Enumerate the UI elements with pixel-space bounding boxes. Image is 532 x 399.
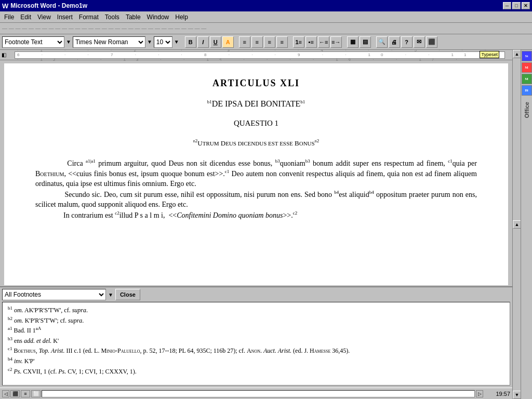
help-button[interactable]: ?: [401, 36, 413, 48]
align-left-button[interactable]: ≡: [239, 36, 250, 48]
app-icon: W: [2, 2, 8, 10]
extra2-button[interactable]: ⬛: [426, 36, 437, 48]
office-label: Office: [524, 102, 530, 118]
view-normal-button[interactable]: ⬛: [10, 390, 20, 397]
fn-line-2: b2 om. K'P'R'S'T'W'; cf. supra.: [8, 316, 504, 325]
window-title: Microsoft Word - Demo1w: [10, 2, 87, 9]
highlight-button[interactable]: A: [222, 36, 234, 48]
document-heading: b2UTRUM DEUS DICENDUS EST ESSE BONUSb2: [35, 138, 477, 147]
status-bar: ◁ ⬛ ≡ ⬜ ▷ 19:57: [0, 388, 512, 399]
table2-button[interactable]: ▤: [360, 36, 371, 48]
menu-table[interactable]: Table: [123, 12, 144, 22]
close-button[interactable]: ✕: [522, 2, 530, 9]
footnote-panel: All Footnotes ▼ Close b1 om. AK'P'R'S'T'…: [0, 286, 512, 388]
title-bar: W Microsoft Word - Demo1w ─ □ ✕: [0, 0, 532, 11]
secondary-menu-note: — — — — — — — — — — — — — — — — — — — — …: [2, 25, 206, 31]
body-para-3: In contrarium est c2illud P s a l m i, <…: [35, 210, 477, 220]
menu-window[interactable]: Window: [144, 12, 172, 22]
zoom-button[interactable]: 🔍: [376, 36, 388, 48]
footnote-scrollbar-track[interactable]: [513, 229, 521, 391]
footnote-content: b1 om. AK'P'R'S'T'W', cf. supra. b2 om. …: [2, 302, 510, 385]
fn-line-1: b1 om. AK'P'R'S'T'W', cf. supra.: [8, 305, 504, 315]
underline-button[interactable]: U: [210, 36, 221, 48]
document-subtitle: b1DE IPSA DEI BONITATEb1: [35, 99, 477, 109]
font-selector[interactable]: Times New Roman: [73, 36, 145, 48]
minimize-button[interactable]: ─: [503, 2, 511, 9]
print-button[interactable]: 🖨: [389, 36, 400, 48]
footnote-close-button[interactable]: Close: [115, 289, 140, 300]
typeset-label: Typeset: [480, 51, 499, 58]
subtitle-sup2: b1: [300, 99, 305, 104]
office-icon-excel[interactable]: M: [522, 74, 532, 84]
scroll-up-button[interactable]: ▲: [513, 50, 521, 58]
footnote-scroll-up[interactable]: ▲: [513, 220, 521, 229]
subtitle-sup1: b1: [207, 99, 212, 104]
list-ordered-button[interactable]: 1≡: [293, 36, 304, 48]
align-center-button[interactable]: ≡: [251, 36, 263, 48]
fn-line-7: c2 Ps. CXVII, 1 (cf. Ps. CV, 1; CVI, 1; …: [8, 367, 504, 376]
office-icon-start[interactable]: St: [522, 51, 532, 61]
indent-increase-button[interactable]: ≡→: [330, 36, 342, 48]
document-title: ARTICULUS XLI: [35, 78, 477, 89]
office-icon-outlook[interactable]: Bl: [522, 85, 532, 96]
table-button[interactable]: ▦: [347, 36, 358, 48]
menu-file[interactable]: File: [1, 12, 17, 22]
style-selector[interactable]: Footnote Text: [2, 36, 64, 48]
indent-decrease-button[interactable]: ←≡: [318, 36, 329, 48]
maximize-button[interactable]: □: [512, 2, 521, 9]
list-unordered-button[interactable]: •≡: [305, 36, 317, 48]
align-justify-button[interactable]: ≡: [276, 36, 288, 48]
body-para-1: Circa a1|a1 primum arguitur, quod Deus n…: [35, 158, 477, 189]
scrollbar-track[interactable]: [513, 58, 521, 220]
main-layout: ◧ · 1 · · · 2 · · · 3 · · · 4 · · · 5 · …: [0, 50, 532, 399]
menu-format[interactable]: Format: [76, 12, 102, 22]
view-layout-button[interactable]: ⬜: [31, 390, 41, 397]
menu-bar2: — — — — — — — — — — — — — — — — — — — — …: [0, 23, 532, 34]
footnote-scroll-down[interactable]: ▼: [513, 391, 521, 399]
italic-button[interactable]: I: [197, 36, 209, 48]
document-body: Circa a1|a1 primum arguitur, quod Deus n…: [35, 158, 477, 220]
office-sidebar: St M M Bl Office: [521, 50, 532, 399]
footnote-type-selector[interactable]: All Footnotes: [2, 289, 106, 300]
menu-edit[interactable]: Edit: [17, 12, 34, 22]
fn-line-3: a1 Bad. II 1aA: [8, 326, 504, 335]
menu-bar: File Edit View Insert Format Tools Table…: [0, 11, 532, 23]
fn-line-6: b4 inv. K'P': [8, 356, 504, 366]
fn-line-5: c1 Boethius, Top. Arist. III c.1 (ed. L.…: [8, 346, 504, 355]
scroll-left-button[interactable]: ◁: [2, 390, 9, 397]
bold-button[interactable]: B: [185, 36, 196, 48]
subtitle-text: DE IPSA DEI BONITATE: [212, 99, 301, 108]
document-area: ◧ · 1 · · · 2 · · · 3 · · · 4 · · · 5 · …: [0, 50, 512, 399]
page-content[interactable]: ARTICULUS XLI b1DE IPSA DEI BONITATEb1 Q…: [4, 63, 508, 285]
align-right-button[interactable]: ≡: [264, 36, 275, 48]
title-bar-controls: ─ □ ✕: [503, 2, 530, 9]
quaestio-title: QUAESTIO 1: [35, 119, 477, 128]
menu-view[interactable]: View: [34, 12, 54, 22]
menu-tools[interactable]: Tools: [102, 12, 123, 22]
heading-text: UTRUM DEUS DICENDUS EST ESSE BONUS: [197, 139, 314, 147]
footnote-toolbar: All Footnotes ▼ Close: [0, 287, 512, 302]
title-bar-left: W Microsoft Word - Demo1w: [2, 2, 87, 10]
time-display: 19:57: [496, 391, 510, 397]
right-scrollbar: ▲ ▲ ▼: [512, 50, 521, 399]
ruler: ◧ · 1 · · · 2 · · · 3 · · · 4 · · · 5 · …: [0, 50, 512, 60]
toolbar: Footnote Text ▼ Times New Roman ▼ 10 ▼ B…: [0, 34, 532, 50]
scroll-right-button[interactable]: ▷: [476, 390, 483, 397]
ruler-inner: · 1 · · · 2 · · · 3 · · · 4 · · · 5 · · …: [15, 51, 505, 59]
menu-help[interactable]: Help: [172, 12, 191, 22]
office-icon-word[interactable]: M: [522, 62, 532, 73]
heading-sup2: b2: [315, 138, 320, 143]
body-para-2: Secundo sic. Deo, cum sit purum esse, ni…: [35, 189, 477, 210]
fn-line-4: b3 ens add. et del. K': [8, 336, 504, 345]
menu-insert[interactable]: Insert: [54, 12, 76, 22]
extra1-button[interactable]: ✉: [414, 36, 425, 48]
font-size-selector[interactable]: 10: [154, 36, 172, 48]
view-outline-button[interactable]: ≡: [21, 390, 30, 397]
